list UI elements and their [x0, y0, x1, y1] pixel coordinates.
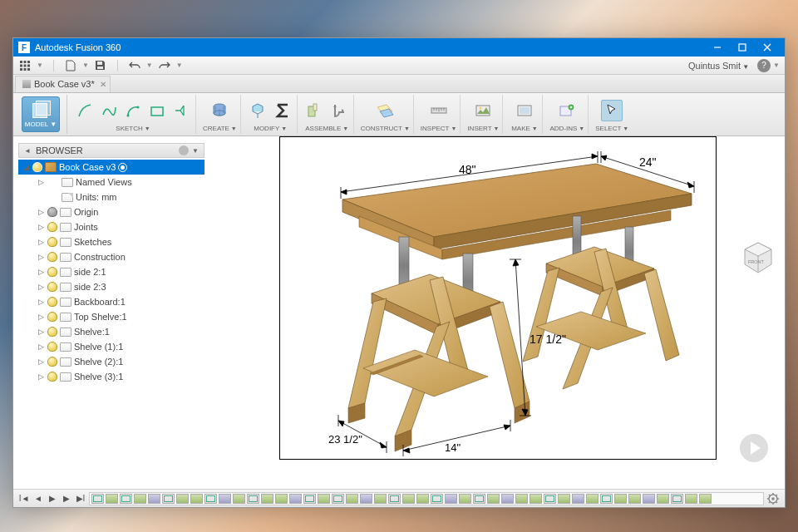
ribbon-label-select[interactable]: SELECT — [595, 125, 628, 132]
activate-icon[interactable] — [118, 163, 127, 172]
rect-tool-icon[interactable] — [146, 100, 168, 121]
help-button[interactable]: ? — [757, 59, 771, 72]
timeline-step[interactable] — [614, 494, 627, 504]
ribbon-label-sketch[interactable]: SKETCH — [116, 125, 150, 132]
timeline-step[interactable] — [134, 494, 146, 504]
bulb-icon[interactable] — [47, 327, 57, 337]
extrude-icon[interactable] — [209, 100, 230, 121]
tree-item[interactable]: ▷Shelve (1):1 — [18, 339, 204, 354]
timeline-step[interactable] — [247, 494, 259, 504]
tree-item[interactable]: ▷Joints — [18, 219, 204, 234]
timeline-step[interactable] — [318, 494, 330, 504]
line-tool-icon[interactable] — [74, 100, 96, 121]
timeline-step[interactable] — [289, 494, 302, 504]
viewport[interactable]: 48" 24" 17 1/2" 23 1/2" 14" — [279, 136, 717, 460]
ribbon-label-construct[interactable]: CONSTRUCT — [361, 125, 410, 132]
bulb-icon[interactable] — [47, 252, 57, 262]
bulb-icon[interactable] — [47, 207, 57, 217]
bulb-icon[interactable] — [47, 267, 57, 277]
timeline-step[interactable] — [600, 494, 613, 504]
bulb-icon[interactable] — [47, 282, 57, 292]
timeline-step[interactable] — [558, 494, 570, 504]
tree-item[interactable]: ▷Sketches — [18, 234, 204, 249]
timeline-step[interactable] — [346, 494, 358, 504]
bulb-icon[interactable] — [47, 237, 57, 247]
timeline-step[interactable] — [120, 494, 132, 504]
timeline-prev-icon[interactable]: ◄ — [32, 494, 44, 503]
timeline-end-icon[interactable]: ▶I — [75, 494, 86, 503]
timeline-step[interactable] — [275, 494, 288, 504]
tree-item[interactable]: ▷side 2:1 — [18, 264, 204, 279]
tree-item[interactable]: ▷Construction — [18, 249, 204, 264]
timeline-step[interactable] — [473, 494, 485, 504]
bulb-icon[interactable] — [47, 222, 57, 232]
save-icon[interactable] — [94, 59, 107, 72]
timeline-strip[interactable] — [89, 492, 764, 505]
tree-item[interactable]: ▷Origin — [18, 204, 204, 219]
timeline-step[interactable] — [360, 494, 372, 504]
document-tab[interactable]: Book Case v3* ✕ — [15, 76, 111, 92]
timeline-step[interactable] — [515, 494, 528, 504]
asbuilt-icon[interactable] — [328, 100, 350, 121]
timeline-step[interactable] — [431, 494, 443, 504]
ribbon-label-inspect[interactable]: INSPECT — [421, 125, 457, 132]
timeline-step[interactable] — [106, 494, 118, 504]
close-button[interactable] — [755, 38, 780, 57]
timeline-step[interactable] — [332, 494, 344, 504]
timeline-step[interactable] — [91, 494, 104, 504]
redo-icon[interactable] — [158, 59, 171, 72]
timeline-next-icon[interactable]: ▶ — [61, 494, 72, 503]
tree-item[interactable]: ▷side 2:3 — [18, 279, 204, 294]
timeline-step[interactable] — [685, 494, 697, 504]
ribbon-label-assemble[interactable]: ASSEMBLE — [305, 125, 348, 132]
tree-item[interactable]: ▷Shelve:1 — [18, 324, 204, 339]
select-icon[interactable] — [601, 100, 623, 121]
timeline-step[interactable] — [204, 494, 217, 504]
measure-icon[interactable] — [428, 100, 450, 121]
joint-icon[interactable] — [304, 100, 326, 121]
maximize-button[interactable] — [730, 38, 755, 57]
spline-tool-icon[interactable] — [98, 100, 120, 121]
timeline-step[interactable] — [501, 494, 514, 504]
bulb-icon[interactable] — [47, 342, 57, 352]
pressPull-icon[interactable] — [248, 100, 269, 121]
timeline-step[interactable] — [643, 494, 655, 504]
timeline-step[interactable] — [459, 494, 471, 504]
tree-item[interactable]: ▷Named Views — [18, 175, 204, 190]
viewcube[interactable]: FRONT — [740, 239, 776, 276]
timeline-step[interactable] — [219, 494, 231, 504]
ribbon-label-create[interactable]: CREATE — [203, 125, 237, 132]
timeline-step[interactable] — [233, 494, 245, 504]
timeline-step[interactable] — [148, 494, 160, 504]
bulb-icon[interactable] — [47, 312, 57, 322]
timeline-step[interactable] — [487, 494, 500, 504]
ribbon-label-modify[interactable]: MODIFY — [254, 125, 287, 132]
bulb-icon[interactable] — [32, 162, 42, 172]
timeline-play-icon[interactable]: ▶ — [47, 494, 58, 503]
bulb-icon[interactable] — [47, 372, 57, 382]
timeline-step[interactable] — [402, 494, 415, 504]
arc-tool-icon[interactable] — [122, 100, 144, 121]
bulb-icon[interactable] — [47, 297, 57, 307]
insert-icon[interactable] — [472, 100, 494, 121]
tree-item[interactable]: ▷Shelve (2):1 — [18, 354, 204, 369]
ribbon-label-make[interactable]: MAKE — [511, 125, 538, 132]
play-overlay-button[interactable] — [740, 434, 768, 462]
timeline-step[interactable] — [671, 494, 683, 504]
timeline-step[interactable] — [162, 494, 175, 504]
timeline-step[interactable] — [388, 494, 401, 504]
timeline-start-icon[interactable]: I◄ — [18, 494, 30, 503]
tree-item[interactable]: ▷Top Shelve:1 — [18, 309, 204, 324]
file-icon[interactable] — [64, 59, 77, 72]
timeline-step[interactable] — [190, 494, 203, 504]
timeline-step[interactable] — [657, 494, 669, 504]
sigma-icon[interactable] — [272, 100, 293, 121]
timeline-step[interactable] — [572, 494, 584, 504]
user-menu[interactable]: Quintus Smit — [688, 61, 749, 71]
close-tab-icon[interactable]: ✕ — [100, 80, 106, 89]
bulb-icon[interactable] — [47, 357, 57, 367]
workspace-model-button[interactable]: MODEL ▼ — [22, 96, 60, 132]
timeline-step[interactable] — [530, 494, 542, 504]
trim-tool-icon[interactable] — [170, 100, 192, 121]
settings-gear-icon[interactable] — [766, 492, 780, 505]
